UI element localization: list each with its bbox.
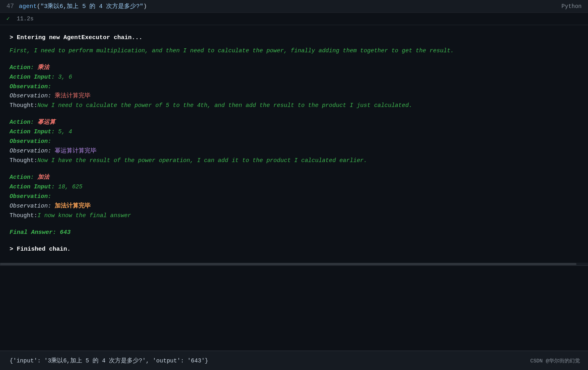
blank4 xyxy=(10,221,578,228)
final-answer-line: Final Answer: 643 xyxy=(10,228,578,238)
page-wrapper: 47 agent("3乘以6,加上 5 的 4 次方是多少?") Python … xyxy=(0,0,588,370)
entering-chain-line: > Entering new AgentExecutor chain... xyxy=(10,33,578,43)
watermark: CSDN @华尔街的幻觉 xyxy=(530,357,580,364)
string-arg: "3乘以6,加上 5 的 4 次方是多少?" xyxy=(40,3,143,10)
timing-info: ✓ 11.2s xyxy=(6,15,34,22)
scrollbar-thumb[interactable] xyxy=(0,263,576,265)
output-area: > Entering new AgentExecutor chain... Fi… xyxy=(0,25,588,263)
bottom-output-text: {'input': '3乘以6,加上 5 的 4 次方是多少?', 'outpu… xyxy=(10,358,208,364)
blank5 xyxy=(10,237,578,245)
obs1-result: 乘法计算完毕 xyxy=(55,93,91,99)
blank2 xyxy=(10,111,578,118)
action-input2-value: 5, 4 xyxy=(58,129,72,135)
scrollbar-area[interactable] xyxy=(0,263,588,266)
language-label: Python xyxy=(562,3,582,10)
obs1-plain-label: Observation: xyxy=(10,93,55,99)
thought1-line: First, I need to perform multiplication,… xyxy=(10,46,578,56)
timing-bar: ✓ 11.2s xyxy=(0,13,588,25)
action2-value: 幂运算 xyxy=(37,119,55,125)
thought3-label: Thought: xyxy=(10,157,37,164)
action-input1-line: Action Input: 3, 6 xyxy=(10,73,578,82)
observation1-italic-line: Observation: xyxy=(10,82,578,92)
observation1-italic: Observation: xyxy=(10,83,51,90)
observation2-result-line: Observation: 幂运算计算完毕 xyxy=(10,146,578,156)
action1-line: Action: 乘法 xyxy=(10,63,578,73)
thought3-line: Thought:Now I have the result of the pow… xyxy=(10,156,578,166)
action-input3-label: Action Input: xyxy=(10,184,58,190)
blank3 xyxy=(10,166,578,173)
thought2-line: Thought:Now I need to calculate the powe… xyxy=(10,101,578,111)
action3-value: 加法 xyxy=(37,174,49,180)
blank1 xyxy=(10,56,578,63)
line-number: 47 xyxy=(6,3,14,10)
observation3-italic: Observation: xyxy=(10,193,51,200)
obs3-result: 加法计算完毕 xyxy=(55,203,91,209)
thought4-text: I now know the final answer xyxy=(37,212,131,219)
action1-value: 乘法 xyxy=(37,64,49,71)
action3-line: Action: 加法 xyxy=(10,173,578,182)
bottom-output: {'input': '3乘以6,加上 5 的 4 次方是多少?', 'outpu… xyxy=(0,350,588,370)
observation1-result-line: Observation: 乘法计算完毕 xyxy=(10,91,578,101)
observation3-italic-line: Observation: xyxy=(10,192,578,202)
thought4-label: Thought: xyxy=(10,212,37,219)
thought4-line: Thought:I now know the final answer xyxy=(10,211,578,221)
action-input2-line: Action Input: 5, 4 xyxy=(10,127,578,137)
action2-label: Action: xyxy=(10,119,37,125)
observation2-italic: Observation: xyxy=(10,138,51,144)
code-line: 47 agent("3乘以6,加上 5 的 4 次方是多少?") xyxy=(6,2,147,10)
timing-value: 11.2s xyxy=(17,16,34,22)
observation2-italic-line: Observation: xyxy=(10,137,578,146)
observation3-result-line: Observation: 加法计算完毕 xyxy=(10,202,578,211)
obs2-result: 幂运算计算完毕 xyxy=(55,148,97,154)
code-func-call: agent("3乘以6,加上 5 的 4 次方是多少?") xyxy=(19,2,147,10)
action2-line: Action: 幂运算 xyxy=(10,118,578,127)
check-icon: ✓ xyxy=(6,16,10,22)
obs2-plain-label: Observation: xyxy=(10,148,55,154)
top-bar: 47 agent("3乘以6,加上 5 的 4 次方是多少?") Python xyxy=(0,0,588,13)
thought2-text: Now I need to calculate the power of 5 t… xyxy=(37,102,412,109)
action1-label: Action: xyxy=(10,64,37,71)
thought3-text: Now I have the result of the power opera… xyxy=(37,157,367,164)
func-name: agent xyxy=(19,3,37,10)
thought2-label: Thought: xyxy=(10,102,37,109)
action-input1-label: Action Input: xyxy=(10,74,58,80)
action-input3-value: 18, 625 xyxy=(58,184,83,190)
finished-chain-line: > Finished chain. xyxy=(10,245,578,255)
action-input1-value: 3, 6 xyxy=(58,74,72,80)
action-input2-label: Action Input: xyxy=(10,129,58,135)
action-input3-line: Action Input: 18, 625 xyxy=(10,182,578,192)
action3-label: Action: xyxy=(10,174,37,180)
obs3-plain-label: Observation: xyxy=(10,203,55,209)
